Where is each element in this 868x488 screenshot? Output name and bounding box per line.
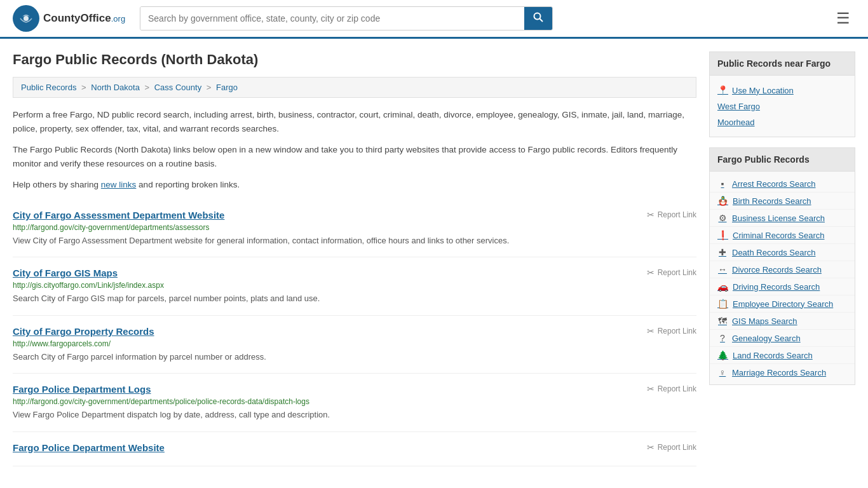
scissors-icon-1: ✂ <box>647 268 654 278</box>
sidebar-divorce-records[interactable]: ↔ Divorce Records Search <box>710 261 855 278</box>
record-desc-0: View City of Fargo Assessment Department… <box>13 234 696 247</box>
report-link-0[interactable]: ✂ Report Link <box>647 210 696 220</box>
sidebar-marriage-records[interactable]: ♀ Marriage Records Search <box>710 364 855 381</box>
logo-area: CountyOffice.org <box>13 5 127 32</box>
record-title-2[interactable]: City of Fargo Property Records <box>13 326 154 337</box>
sidebar-birth-records[interactable]: 🪆 Birth Records Search <box>710 193 855 210</box>
arrest-icon: ▪ <box>717 179 728 189</box>
sidebar: Public Records near Fargo 📍 Use My Locat… <box>709 51 855 466</box>
site-header: CountyOffice.org ☰ <box>0 0 868 39</box>
report-link-3[interactable]: ✂ Report Link <box>647 384 696 394</box>
land-icon: 🌲 <box>717 350 728 360</box>
record-url-0[interactable]: http://fargond.gov/city-government/depar… <box>13 223 696 232</box>
record-url-2[interactable]: http://www.fargoparcels.com/ <box>13 339 696 348</box>
driving-icon: 🚗 <box>717 281 728 292</box>
description-1: Perform a free Fargo, ND public record s… <box>13 108 696 135</box>
logo-icon <box>13 5 39 32</box>
page-body: Fargo Public Records (North Dakota) Publ… <box>0 39 868 479</box>
sidebar-land-records[interactable]: 🌲 Land Records Search <box>710 347 855 364</box>
record-desc-2: Search City of Fargo parcel information … <box>13 351 696 363</box>
record-entry-4: Fargo Police Department Website ✂ Report… <box>13 432 696 466</box>
sidebar-arrest-records[interactable]: ▪ Arrest Records Search <box>710 175 855 193</box>
report-link-2[interactable]: ✂ Report Link <box>647 326 696 336</box>
marriage-icon: ♀ <box>717 367 728 377</box>
criminal-icon: ❗ <box>717 230 728 240</box>
scissors-icon-2: ✂ <box>647 326 654 336</box>
report-link-1[interactable]: ✂ Report Link <box>647 268 696 278</box>
logo-text: CountyOffice.org <box>43 12 125 25</box>
scissors-icon-0: ✂ <box>647 210 654 220</box>
svg-point-2 <box>534 13 541 20</box>
sidebar-genealogy[interactable]: ? Genealogy Search <box>710 330 855 347</box>
record-title-0[interactable]: City of Fargo Assessment Department Webs… <box>13 210 224 220</box>
nearby-moorhead[interactable]: Moorhead <box>717 114 847 130</box>
nearby-section-title: Public Records near Fargo <box>710 52 855 76</box>
divorce-icon: ↔ <box>717 264 728 274</box>
record-desc-1: Search City of Fargo GIS map for parcels… <box>13 292 696 305</box>
death-icon: ✚ <box>717 247 728 257</box>
new-links-link[interactable]: new links <box>101 180 137 189</box>
breadcrumb-cass-county[interactable]: Cass County <box>154 83 201 92</box>
record-entry-2: City of Fargo Property Records ✂ Report … <box>13 316 696 374</box>
sidebar-employee-directory[interactable]: 📋 Employee Directory Search <box>710 295 855 313</box>
page-title: Fargo Public Records (North Dakota) <box>13 51 696 68</box>
sidebar-records-list: ▪ Arrest Records Search 🪆 Birth Records … <box>710 172 855 384</box>
scissors-icon-4: ✂ <box>647 442 654 452</box>
breadcrumb-public-records[interactable]: Public Records <box>21 83 76 92</box>
record-entry-1: City of Fargo GIS Maps ✂ Report Link htt… <box>13 257 696 316</box>
sidebar-gis-maps[interactable]: 🗺 GIS Maps Search <box>710 313 855 330</box>
search-bar <box>140 6 553 30</box>
record-title-4[interactable]: Fargo Police Department Website <box>13 442 165 453</box>
employee-icon: 📋 <box>717 299 728 309</box>
business-icon: ⚙ <box>717 213 728 223</box>
gis-icon: 🗺 <box>717 316 728 326</box>
nearby-section-body: 📍 Use My Location West Fargo Moorhead <box>710 76 855 137</box>
report-link-4[interactable]: ✂ Report Link <box>647 442 696 452</box>
location-pin-icon: 📍 <box>717 85 728 95</box>
sidebar-death-records[interactable]: ✚ Death Records Search <box>710 244 855 261</box>
record-title-3[interactable]: Fargo Police Department Logs <box>13 384 151 395</box>
description-3: Help others by sharing new links and rep… <box>13 178 696 192</box>
hamburger-menu[interactable]: ☰ <box>831 7 855 30</box>
fargo-records-section-title: Fargo Public Records <box>710 148 855 172</box>
record-entry-0: City of Fargo Assessment Department Webs… <box>13 200 696 258</box>
breadcrumb-north-dakota[interactable]: North Dakota <box>91 83 140 92</box>
svg-point-1 <box>24 16 29 21</box>
sidebar-criminal-records[interactable]: ❗ Criminal Records Search <box>710 227 855 244</box>
breadcrumb-fargo[interactable]: Fargo <box>216 83 238 92</box>
record-desc-3: View Fargo Police Department dispatch lo… <box>13 409 696 421</box>
nearby-section: Public Records near Fargo 📍 Use My Locat… <box>709 51 855 137</box>
genealogy-icon: ? <box>717 333 728 343</box>
sidebar-business-license[interactable]: ⚙ Business License Search <box>710 210 855 227</box>
fargo-records-section: Fargo Public Records ▪ Arrest Records Se… <box>709 147 855 385</box>
record-url-3[interactable]: http://fargond.gov/city-government/depar… <box>13 397 696 406</box>
birth-icon: 🪆 <box>717 196 728 206</box>
scissors-icon-3: ✂ <box>647 384 654 394</box>
svg-line-3 <box>540 19 543 22</box>
breadcrumb: Public Records > North Dakota > Cass Cou… <box>13 77 696 98</box>
description-2: The Fargo Public Records (North Dakota) … <box>13 143 696 170</box>
record-entry-3: Fargo Police Department Logs ✂ Report Li… <box>13 374 696 432</box>
record-url-1[interactable]: http://gis.cityoffargo.com/Link/jsfe/ind… <box>13 281 696 290</box>
main-content: Fargo Public Records (North Dakota) Publ… <box>13 51 696 466</box>
search-button[interactable] <box>524 7 552 30</box>
nearby-west-fargo[interactable]: West Fargo <box>717 98 847 114</box>
record-title-1[interactable]: City of Fargo GIS Maps <box>13 268 118 278</box>
use-my-location[interactable]: 📍 Use My Location <box>717 82 847 98</box>
search-input[interactable] <box>140 7 524 30</box>
sidebar-driving-records[interactable]: 🚗 Driving Records Search <box>710 278 855 295</box>
